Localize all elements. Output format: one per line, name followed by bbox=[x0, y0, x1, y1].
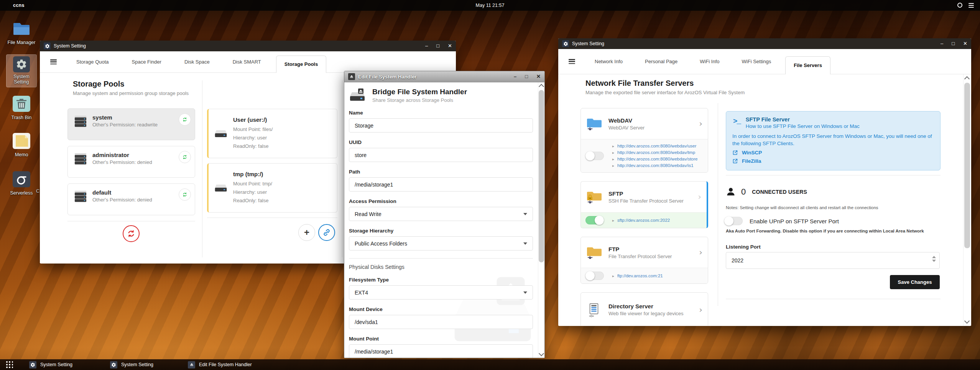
ftp-toggle[interactable] bbox=[585, 272, 604, 280]
desktop-icon-trash-bin[interactable]: Trash Bin bbox=[7, 96, 36, 120]
title-bar[interactable]: System Setting – □ ✕ bbox=[40, 41, 456, 51]
tab-file-servers[interactable]: File Servers bbox=[785, 56, 830, 74]
access-permission-select[interactable]: Read Write bbox=[349, 207, 533, 221]
tab-disk-smart[interactable]: Disk SMART bbox=[225, 51, 269, 72]
sftp-url[interactable]: sftp://dev.arozos.com:2022 bbox=[617, 218, 670, 223]
close-button[interactable]: ✕ bbox=[963, 38, 967, 49]
webdav-url[interactable]: http://dev.arozos.com:8080/webdav/store bbox=[617, 157, 697, 161]
pool-card-administrator[interactable]: administrator Other's Permission: denied bbox=[67, 146, 195, 178]
client-link-winscp[interactable]: WinSCP bbox=[732, 150, 934, 156]
mount-device-label: Mount Device bbox=[349, 306, 533, 312]
webdav-toggle[interactable] bbox=[585, 152, 604, 160]
pool-card-system[interactable]: system Other's Permission: readwrite bbox=[67, 108, 195, 140]
uuid-input[interactable] bbox=[349, 148, 533, 162]
mount-hierarchy: Hierarchy: user bbox=[233, 188, 272, 196]
app-launcher-icon[interactable] bbox=[6, 361, 13, 368]
scroll-down-icon[interactable] bbox=[964, 318, 970, 324]
mount-device-input[interactable] bbox=[349, 315, 533, 329]
maximize-button[interactable]: □ bbox=[436, 41, 439, 51]
tab-wifi-info[interactable]: WiFi Info bbox=[692, 49, 727, 74]
menu-icon[interactable] bbox=[50, 59, 57, 64]
path-input[interactable] bbox=[349, 178, 533, 191]
scrollbar-thumb[interactable] bbox=[964, 83, 970, 248]
sync-pool-button[interactable] bbox=[179, 151, 191, 163]
server-name: SFTP bbox=[608, 190, 684, 197]
mount-point-input[interactable] bbox=[349, 345, 533, 358]
storage-hierarchy-select[interactable]: Public Access Folders bbox=[349, 236, 533, 250]
mount-point: Mount Point: files/ bbox=[233, 125, 273, 134]
path-label: Path bbox=[349, 169, 533, 175]
server-stack-icon bbox=[73, 152, 88, 165]
tab-personal-page[interactable]: Personal Page bbox=[637, 49, 686, 74]
minimize-button[interactable]: – bbox=[425, 41, 428, 51]
client-link-filezilla[interactable]: FileZilla bbox=[732, 158, 934, 164]
reload-pools-button[interactable] bbox=[123, 225, 140, 242]
scroll-up-icon[interactable] bbox=[539, 84, 544, 89]
mount-point-label: Mount Point bbox=[349, 336, 533, 342]
gear-icon bbox=[44, 43, 51, 49]
name-input[interactable] bbox=[349, 119, 533, 132]
server-card-ftp[interactable]: FTP File Transfer Protocol Server › ▸ftp… bbox=[580, 237, 708, 284]
bridge-fsh-button[interactable] bbox=[318, 224, 335, 241]
scrollbar[interactable] bbox=[538, 82, 544, 358]
desktop-icon-memo[interactable]: Memo bbox=[7, 133, 36, 157]
filesystem-type-select[interactable]: EXT4 bbox=[349, 285, 533, 300]
tab-disk-space[interactable]: Disk Space bbox=[176, 51, 218, 72]
mount-card-user[interactable]: User (user:/) Mount Point: files/ Hierar… bbox=[207, 109, 337, 158]
desktop-icon-serverless[interactable]: Serverless bbox=[7, 171, 36, 196]
listening-port-input[interactable] bbox=[726, 252, 940, 269]
upnp-toggle[interactable] bbox=[724, 217, 743, 225]
system-setting-icon bbox=[13, 56, 30, 72]
tab-bar: Network Info Personal Page WiFi Info WiF… bbox=[558, 49, 971, 74]
desktop-icon-file-manager[interactable]: File Manager bbox=[7, 21, 36, 45]
webdav-url[interactable]: http://dev.arozos.com:8080/webdav/tmp bbox=[617, 150, 695, 155]
mount-card-tmp[interactable]: tmp (tmp:/) Mount Point: tmp/ Hierarchy:… bbox=[207, 163, 337, 213]
maximize-button[interactable]: □ bbox=[952, 38, 955, 49]
maximize-button[interactable]: □ bbox=[525, 71, 528, 82]
server-card-sftp[interactable]: SFTP SSH File Transfer Protocol Server ›… bbox=[580, 181, 708, 228]
external-link-icon bbox=[732, 158, 738, 164]
save-changes-button[interactable]: Save Changes bbox=[890, 275, 940, 289]
sync-pool-button[interactable] bbox=[179, 113, 191, 126]
chevron-right-icon[interactable]: › bbox=[698, 193, 703, 201]
server-card-webdav[interactable]: WebDAV WebDAV Server › ▸http://dev.arozo… bbox=[580, 108, 708, 173]
server-name: FTP bbox=[608, 246, 672, 252]
ftp-url[interactable]: ftp://dev.arozos.com:21 bbox=[617, 273, 663, 278]
webdav-url[interactable]: http://dev.arozos.com:8080/webdav/user bbox=[617, 144, 696, 148]
webdav-url[interactable]: http://dev.arozos.com:8080/webdav/is1 bbox=[617, 163, 694, 168]
chevron-right-icon[interactable]: › bbox=[699, 249, 704, 256]
scrollbar[interactable] bbox=[963, 74, 971, 326]
page-title: Network File Transfer Servers bbox=[585, 79, 745, 88]
desktop-icon-system-setting[interactable]: System Setting bbox=[6, 54, 37, 87]
scroll-up-icon[interactable] bbox=[964, 76, 970, 82]
minimize-button[interactable]: – bbox=[941, 38, 943, 49]
sftp-toggle[interactable] bbox=[585, 216, 604, 224]
file-servers-content: Network File Transfer Servers Manage the… bbox=[558, 74, 971, 326]
tab-network-info[interactable]: Network Info bbox=[587, 49, 631, 74]
close-button[interactable]: ✕ bbox=[536, 71, 541, 82]
eject-icon bbox=[348, 73, 355, 80]
number-stepper[interactable] bbox=[932, 256, 936, 262]
tab-storage-pools[interactable]: Storage Pools bbox=[276, 56, 326, 73]
close-button[interactable]: ✕ bbox=[448, 41, 452, 51]
taskbar-item-edit-fsh[interactable]: Edit File System Handler bbox=[188, 359, 252, 370]
title-bar[interactable]: Edit File System Handler – □ ✕ bbox=[344, 71, 544, 82]
taskbar-item-system-setting-1[interactable]: System Setting bbox=[29, 359, 72, 370]
add-fsh-button[interactable]: + bbox=[298, 224, 315, 241]
minimize-button[interactable]: – bbox=[514, 71, 516, 82]
sync-pool-button[interactable] bbox=[179, 188, 191, 201]
server-card-directory[interactable]: Directory Server Web file viewer for leg… bbox=[580, 292, 708, 326]
scroll-down-icon[interactable] bbox=[539, 351, 544, 356]
desktop-icon-label: Trash Bin bbox=[7, 115, 36, 120]
scrollbar-thumb[interactable] bbox=[539, 90, 544, 262]
system-menu-icon[interactable] bbox=[968, 3, 974, 8]
tab-space-finder[interactable]: Space Finder bbox=[124, 51, 169, 72]
pool-card-default[interactable]: default Other's Permission: denied bbox=[67, 183, 195, 215]
chevron-right-icon[interactable]: › bbox=[699, 306, 704, 314]
taskbar-item-system-setting-2[interactable]: System Setting bbox=[110, 359, 153, 370]
tab-storage-quota[interactable]: Storage Quota bbox=[68, 51, 117, 72]
title-bar[interactable]: System Setting – □ ✕ bbox=[558, 38, 971, 49]
chevron-right-icon[interactable]: › bbox=[699, 120, 704, 128]
tab-wifi-settings[interactable]: WiFi Settings bbox=[734, 49, 779, 74]
menu-icon[interactable] bbox=[569, 59, 575, 64]
